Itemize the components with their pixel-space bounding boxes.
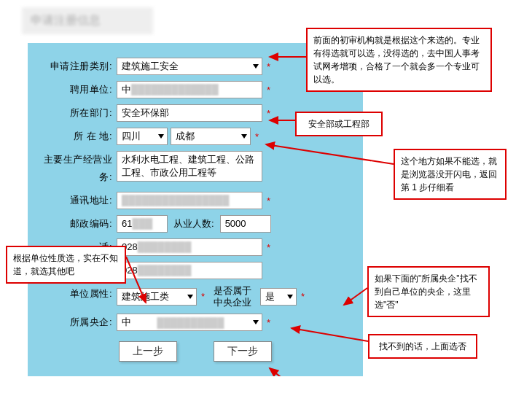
annotation-central-yes: 如果下面的"所属央企"找不到自己单位的央企，这里选"否": [367, 266, 490, 317]
svg-line-3: [266, 144, 394, 164]
annotation-city: 这个地方如果不能选，就是浏览器没开闪电，返回第 1 步仔细看: [394, 149, 507, 200]
annotation-central-corp: 找不到的话，上面选否: [368, 334, 477, 359]
annotation-property: 根据单位性质选，实在不知道，就选其他吧: [6, 246, 126, 284]
annotation-department: 安全部或工程部: [295, 112, 383, 136]
svg-line-7: [270, 368, 306, 376]
annotation-category: 前面的初审机构就是根据这个来选的。专业有得选就可以选，没得选的，去中国人事考试网…: [306, 28, 492, 92]
svg-line-4: [126, 257, 146, 303]
svg-line-5: [344, 288, 367, 305]
svg-line-6: [292, 328, 368, 341]
